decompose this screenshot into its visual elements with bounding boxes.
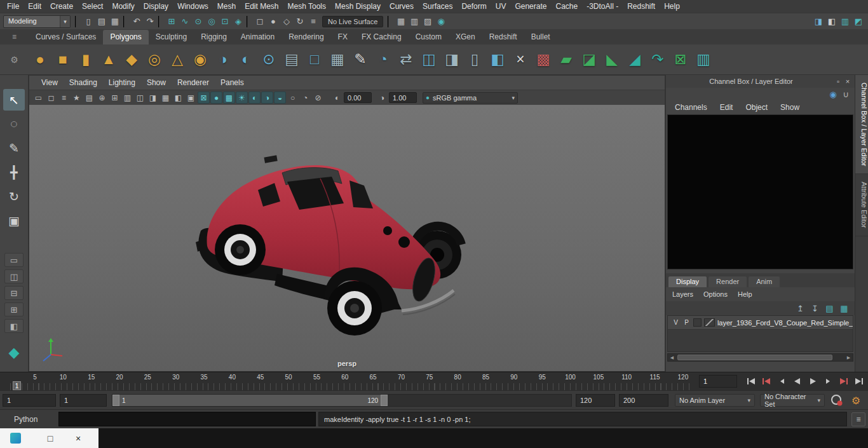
toggle-attribute-editor-icon[interactable]: ◨ — [812, 15, 825, 28]
current-time-marker[interactable]: 1 — [13, 381, 21, 390]
bridge-icon[interactable]: ◪ — [578, 47, 600, 72]
isolate-select-icon[interactable]: ⊘ — [312, 92, 324, 104]
make-live-icon[interactable]: ◈ — [232, 15, 245, 28]
shelf-tab[interactable]: Curves / Surfaces — [29, 30, 103, 44]
poly-torus-icon[interactable]: ◎ — [143, 47, 166, 72]
shelf-tab[interactable]: FX — [331, 30, 355, 44]
curve-warp-icon[interactable]: ↷ — [646, 47, 669, 72]
background-window-titlebar[interactable]: □ × — [0, 428, 98, 448]
channel-pin-icon[interactable]: ∪ — [841, 89, 851, 99]
step-forward-key-button[interactable] — [836, 374, 850, 388]
channel-box-menu-item[interactable]: Show — [780, 103, 799, 112]
channel-box-empty-area[interactable] — [667, 114, 853, 269]
animation-preferences-button[interactable]: ⚙ — [849, 393, 863, 407]
rotate-tool[interactable]: ↻ — [3, 186, 25, 207]
paint-select-tool[interactable]: ✎ — [3, 137, 25, 159]
field-chart-icon[interactable]: ▦ — [159, 92, 172, 104]
scrollbar-track[interactable] — [676, 354, 844, 361]
panel-menu-item[interactable]: Lighting — [103, 78, 141, 87]
shelf-tab[interactable]: Rigging — [194, 30, 234, 44]
list-inputs-icon[interactable]: ≡ — [307, 15, 320, 28]
layer-playback-toggle[interactable]: P — [682, 319, 691, 326]
wedge-icon[interactable]: ◢ — [623, 47, 646, 72]
status-separator[interactable] — [75, 16, 80, 27]
script-editor-button[interactable]: ≡ — [851, 412, 865, 426]
scroll-left-icon[interactable]: ◀ — [668, 354, 676, 361]
poly-cone-icon[interactable]: ▲ — [97, 47, 120, 72]
layer-visibility-toggle[interactable]: V — [672, 319, 680, 326]
smooth-shade-icon[interactable]: ● — [210, 92, 222, 104]
retopology-icon[interactable]: ▤ — [280, 47, 303, 72]
layout-four-pane[interactable]: ⊞ — [4, 302, 24, 316]
menu-item[interactable]: Edit Mesh — [240, 0, 283, 13]
status-separator[interactable] — [247, 16, 252, 27]
exposure-icon[interactable]: ◐ — [331, 92, 343, 104]
shelf-tab[interactable]: XGen — [449, 30, 482, 44]
gate-mask-icon[interactable]: ◨ — [147, 92, 159, 104]
screen-space-ao-icon[interactable]: ◑ — [261, 92, 273, 104]
menu-item[interactable]: Mesh Display — [330, 0, 385, 13]
snap-to-curve-icon[interactable]: ∿ — [179, 15, 191, 28]
poly-cylinder-icon[interactable]: ▮ — [74, 47, 97, 72]
status-separator[interactable] — [388, 16, 393, 27]
cube-wire-icon[interactable]: □ — [303, 47, 326, 72]
spread-icon[interactable]: ⇄ — [395, 47, 417, 72]
layer-display-type-box[interactable] — [693, 318, 702, 327]
new-layer-from-selected-icon[interactable]: ▦ — [839, 303, 850, 314]
menu-item[interactable]: -3DtoAll - — [582, 0, 623, 13]
shelf-tab[interactable]: Bullet — [524, 30, 557, 44]
move-tool[interactable]: ╋ — [3, 161, 25, 183]
range-start-handle[interactable] — [112, 395, 119, 406]
ipr-render-icon[interactable]: ▨ — [421, 15, 434, 28]
shelf-tab[interactable]: Polygons — [103, 30, 148, 44]
shelf-tab[interactable]: Rendering — [281, 30, 330, 44]
poly-prism-icon[interactable]: △ — [166, 47, 189, 72]
bookmarks-icon[interactable]: ★ — [71, 92, 83, 104]
camera-attributes-icon[interactable]: ≡ — [58, 92, 70, 104]
layer-editor-menu-item[interactable]: Layers — [672, 290, 693, 298]
extrude-icon[interactable]: ▰ — [555, 47, 578, 72]
menu-item[interactable]: Deform — [457, 0, 491, 13]
shelf-tab[interactable]: Custom — [409, 30, 449, 44]
shelf-tab[interactable]: Redshift — [482, 30, 524, 44]
film-gate-icon[interactable]: ▥ — [121, 92, 133, 104]
shelf-tabs-menu-icon[interactable]: ≡ — [0, 29, 29, 44]
poly-cube-icon[interactable]: ■ — [51, 47, 74, 72]
backface-culling-icon[interactable]: ◔ — [299, 92, 311, 104]
multi-cut-icon[interactable]: × — [509, 47, 532, 72]
layer-editor-menu-item[interactable]: Help — [738, 290, 752, 298]
sidebar-vertical-tab[interactable]: Attribute Editor — [855, 174, 868, 236]
uv-checker-icon[interactable]: ▥ — [692, 47, 715, 72]
shelf-tab[interactable]: Animation — [234, 30, 281, 44]
snap-to-grid-icon[interactable]: ⊞ — [165, 15, 178, 28]
channel-history-icon[interactable]: ◉ — [828, 89, 838, 99]
menu-item[interactable]: Mesh — [213, 0, 240, 13]
snap-to-view-plane-icon[interactable]: ⊡ — [219, 15, 231, 28]
menu-item[interactable]: File — [3, 0, 24, 13]
subdiv-proxy-icon[interactable]: ◐ — [234, 47, 257, 72]
shelf-tab[interactable]: FX Caching — [355, 30, 409, 44]
menu-item[interactable]: Curves — [385, 0, 418, 13]
layer-row[interactable]: V P layer_1936_Ford_V8_Coupe_Red_Simple_ — [668, 316, 853, 330]
maximize-icon[interactable]: □ — [41, 428, 60, 448]
remesh-icon[interactable]: ▩ — [532, 47, 555, 72]
layer-editor-tab[interactable]: Render — [709, 276, 747, 287]
snap-to-point-icon[interactable]: ⊙ — [192, 15, 205, 28]
new-empty-layer-icon[interactable]: ▤ — [824, 303, 835, 314]
use-all-lights-icon[interactable]: ☀ — [236, 92, 248, 104]
gamma-field[interactable]: 1.00 — [389, 92, 417, 103]
panel-menu-item[interactable]: Show — [141, 78, 172, 87]
wireframe-on-shaded-icon[interactable]: ⊠ — [198, 92, 210, 104]
grid-toggle-icon[interactable]: ⊞ — [109, 92, 121, 104]
snap-to-projected-center-icon[interactable]: ◎ — [205, 15, 218, 28]
current-frame-field[interactable]: 1 — [699, 375, 737, 388]
new-scene-icon[interactable]: ▯ — [82, 15, 95, 28]
menu-item[interactable]: Edit — [24, 0, 46, 13]
pan-zoom-icon[interactable]: ⊕ — [96, 92, 108, 104]
safe-title-icon[interactable]: ▣ — [185, 92, 197, 104]
scrollbar-thumb[interactable] — [677, 355, 832, 360]
selection-mask-component-icon[interactable]: ● — [267, 15, 280, 28]
menu-item[interactable]: Create — [46, 0, 78, 13]
poly-platonic-icon[interactable]: ◆ — [120, 47, 143, 72]
layer-editor-tab[interactable]: Display — [668, 276, 707, 287]
